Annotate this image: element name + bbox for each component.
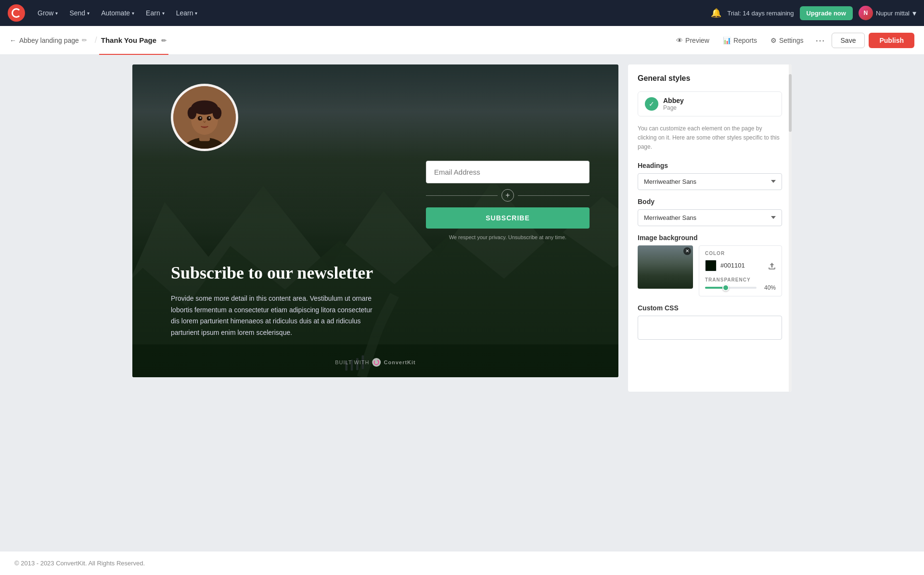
save-button[interactable]: Save [832,33,865,48]
badge-subtitle: Page [663,104,684,111]
panel-title: General styles [638,74,782,83]
nav-item-send[interactable]: Send ▾ [64,6,94,20]
color-swatch[interactable] [705,260,717,271]
canvas-wrap: Subscribe to our newsletter Provide some… [132,64,618,541]
form-area: + SUBSCRIBE We respect your privacy. Uns… [426,161,590,240]
svg-point-19 [374,360,379,365]
custom-css-section: Custom CSS [638,304,782,342]
user-name: Nupur mittal [876,10,910,17]
chevron-down-icon: ▾ [132,11,134,16]
badge-title: Abbey [663,97,684,104]
privacy-text: We respect your privacy. Unsubscribe at … [426,234,590,240]
user-menu[interactable]: N Nupur mittal ▾ [859,6,916,20]
built-with-label: BUILT WITH [335,359,369,365]
nav-item-automate[interactable]: Automate ▾ [96,6,139,20]
scroll-thumb [789,74,792,132]
divider-line-right [518,195,590,196]
reports-button[interactable]: 📊 Reports [718,34,762,47]
footer: © 2013 - 2023 ConvertKit. All Rights Res… [0,551,924,575]
transparency-row: 40% [705,284,776,291]
custom-css-textarea[interactable] [638,316,782,340]
main-area: Subscribe to our newsletter Provide some… [0,55,924,551]
built-with: BUILT WITH ConvertKit [335,358,416,367]
nav-right: 🔔 Trial: 14 days remaining Upgrade now N… [711,6,916,20]
chevron-down-icon: ▾ [195,11,197,16]
transparency-slider[interactable] [705,287,757,289]
color-label: COLOR [705,251,776,256]
svg-point-18 [208,117,210,119]
tab-thank-you-page[interactable]: Thank You Page ✏ [99,26,168,55]
avatar: N [859,6,873,20]
convertkit-logo [372,358,381,367]
chevron-down-icon: ▾ [87,11,90,16]
image-bg-row: ✕ COLOR #001101 TRANSPARENCY [638,245,782,296]
logo[interactable] [8,4,25,22]
publish-button[interactable]: Publish [869,33,914,48]
transparency-label: TRANSPARENCY [705,277,776,282]
headings-font-select[interactable]: Merriweather Sans [638,173,782,190]
tab-area: Thank You Page ✏ [99,26,168,55]
back-arrow-icon: ← [10,37,16,44]
add-field-button[interactable]: + [501,189,514,202]
page-bar-right: 👁 Preview 📊 Reports ⚙ Settings ⋯ Save Pu… [671,33,914,48]
eye-icon: 👁 [676,37,683,44]
divider-line-left [426,195,498,196]
landing-canvas[interactable]: Subscribe to our newsletter Provide some… [132,64,618,377]
scrollbar[interactable] [789,64,792,392]
email-input[interactable] [426,161,590,183]
footer-copyright: © 2013 - 2023 ConvertKit. All Rights Res… [14,560,145,567]
scroll-track [789,64,792,392]
back-link[interactable]: ← Abbey landing page ✏ [10,37,87,44]
settings-icon: ⚙ [770,37,777,44]
image-background-section: Image background ✕ COLOR #001101 [638,234,782,296]
bell-icon[interactable]: 🔔 [711,8,721,18]
trial-text: Trial: 14 days remaining [727,10,794,17]
chevron-down-icon: ▾ [162,11,165,16]
image-bg-label: Image background [638,234,782,242]
hint-text: You can customize each element on the pa… [638,124,782,152]
chart-icon: 📊 [723,37,731,44]
logo-inner [12,8,21,18]
nav-item-grow[interactable]: Grow ▾ [33,6,63,20]
color-hex[interactable]: #001101 [720,262,745,269]
chevron-down-icon: ▾ [912,9,916,18]
upload-icon[interactable] [768,262,776,270]
upgrade-button[interactable]: Upgrade now [800,6,853,20]
color-panel: COLOR #001101 TRANSPARENCY [699,245,782,296]
bg-thumbnail[interactable]: ✕ [638,245,693,289]
page-bar: ← Abbey landing page ✏ / Thank You Page … [0,26,924,55]
custom-css-label: Custom CSS [638,304,782,312]
check-icon: ✓ [645,97,658,111]
profile-image [173,86,236,149]
body-text[interactable]: Provide some more detail in this content… [171,293,383,339]
more-options-button[interactable]: ⋯ [812,33,828,48]
svg-point-17 [200,117,202,119]
color-row: #001101 [705,260,776,271]
svg-point-13 [188,107,197,119]
remove-image-button[interactable]: ✕ [683,247,691,255]
transparency-value: 40% [760,284,776,291]
top-navigation: Grow ▾ Send ▾ Automate ▾ Earn ▾ Learn ▾ … [0,0,924,26]
headline-text[interactable]: Subscribe to our newsletter [171,263,383,283]
settings-button[interactable]: ⚙ Settings [766,34,808,47]
page-name: Abbey landing page [19,37,79,44]
separator: / [95,35,97,45]
divider-row: + [426,189,590,202]
body-label: Body [638,198,782,205]
svg-point-14 [213,107,222,119]
nav-item-earn[interactable]: Earn ▾ [141,6,169,20]
chevron-down-icon: ▾ [55,11,58,16]
page-badge[interactable]: ✓ Abbey Page [638,91,782,116]
edit-icon[interactable]: ✏ [82,37,87,44]
preview-button[interactable]: 👁 Preview [671,34,714,47]
headings-label: Headings [638,162,782,169]
badge-info: Abbey Page [663,97,684,111]
right-panel: General styles ✓ Abbey Page You can cust… [628,64,792,392]
profile-avatar[interactable] [171,84,238,151]
nav-item-learn[interactable]: Learn ▾ [171,6,203,20]
brand-name: ConvertKit [384,359,416,365]
slider-thumb [722,284,729,291]
body-font-select[interactable]: Merriweather Sans [638,209,782,226]
subscribe-button[interactable]: SUBSCRIBE [426,207,590,229]
edit-tab-icon[interactable]: ✏ [161,37,167,44]
